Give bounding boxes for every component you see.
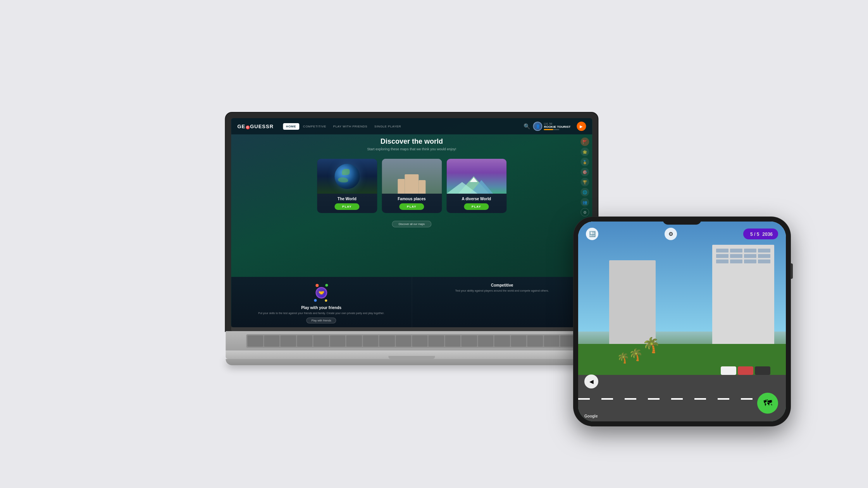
laptop-hinge xyxy=(231,327,592,331)
nav-single-player[interactable]: SINGLE PLAYER xyxy=(371,123,404,129)
phone-location-button[interactable]: ◀ xyxy=(584,375,598,388)
nav-competitive[interactable]: COMPETITIVE xyxy=(300,123,329,129)
friends-section-desc: Put your skills to the test against your… xyxy=(239,311,404,315)
competitive-section-title: Competitive xyxy=(420,283,585,287)
side-icons-panel: 🚩 🌟 🏅 🎯 🏆 🌐 👥 ⚙ xyxy=(580,137,589,217)
phone-status-bar: 🔙 ⚙ 5 / 5 2036 xyxy=(586,228,778,240)
user-badge: 👤 LVL 56 ROOKIE TOURIST xyxy=(533,122,571,131)
discover-title: Discover the world xyxy=(381,137,443,146)
castle-image xyxy=(382,159,442,194)
friends-cta-button[interactable]: Play with friends xyxy=(307,318,336,323)
side-icon-flag[interactable]: 🚩 xyxy=(580,137,589,146)
castle-tower-right xyxy=(418,180,425,194)
road xyxy=(578,375,786,421)
window xyxy=(730,259,742,263)
phone-body: 🌴 🌴 🌴 🔙 ⚙ xyxy=(574,217,790,426)
avatar: 👤 xyxy=(533,122,542,131)
side-icon-2[interactable]: 🏅 xyxy=(580,158,589,166)
laptop-bezel: GEOGUESSR HOME COMPETITIVE PLAY WITH FRI… xyxy=(226,113,598,331)
phone-screen: 🌴 🌴 🌴 🔙 ⚙ xyxy=(578,222,786,421)
window xyxy=(716,259,728,263)
map-card-body-famous: Famous places PLAY xyxy=(382,194,442,213)
xp-fill xyxy=(544,129,553,130)
phone-settings-button[interactable]: ⚙ xyxy=(665,228,677,240)
map-card-title-world: The World xyxy=(321,197,373,201)
side-icon-settings[interactable]: ⚙ xyxy=(580,208,589,217)
laptop-screen: GEOGUESSR HOME COMPETITIVE PLAY WITH FRI… xyxy=(231,118,592,327)
window xyxy=(758,254,770,258)
phone-nav-button[interactable]: 🔙 xyxy=(586,228,598,240)
competitive-section-desc: Test your ability against players around… xyxy=(420,289,585,293)
user-level: LVL 56 xyxy=(544,122,571,125)
google-watermark: Google xyxy=(584,414,598,418)
castle-background xyxy=(382,159,442,194)
palm-tree-3: 🌴 xyxy=(617,352,629,364)
orbit-dot-3 xyxy=(314,299,317,302)
map-card-image-world xyxy=(317,159,377,194)
play-icon-btn[interactable]: ▶ xyxy=(577,122,586,131)
nav-right: 🔍 👤 LVL 56 ROOKIE TOURIST ▶ xyxy=(524,122,586,131)
app-navbar: GEOGUESSR HOME COMPETITIVE PLAY WITH FRI… xyxy=(231,118,592,134)
phone-device: 🌴 🌴 🌴 🔙 ⚙ xyxy=(574,217,790,426)
window xyxy=(716,249,728,253)
diverse-background xyxy=(446,159,506,194)
nav-play-friends[interactable]: PLAY WITH FRIENDS xyxy=(330,123,370,129)
palm-tree-1: 🌴 xyxy=(629,348,643,361)
map-card-title-famous: Famous places xyxy=(386,197,438,201)
friends-icon-container: 🤝 xyxy=(312,283,331,302)
side-icon-3[interactable]: 🎯 xyxy=(580,168,589,176)
app-main-content: Discover the world Start exploring these… xyxy=(231,118,592,235)
orbit-dot-1 xyxy=(315,284,319,287)
laptop-bottom xyxy=(226,359,598,365)
play-button-diverse[interactable]: PLAY xyxy=(464,203,489,210)
parked-cars xyxy=(721,366,770,375)
map-card-body-diverse: A diverse World PLAY xyxy=(446,194,506,213)
castle-tower-main xyxy=(405,174,418,194)
discover-subtitle: Start exploring these maps that we think… xyxy=(367,147,456,151)
user-title: ROOKIE TOURIST xyxy=(544,125,571,129)
phone-score-fraction: 5 / 5 xyxy=(750,232,759,237)
palm-tree-2: 🌴 xyxy=(642,337,660,354)
phone-score-points: 2036 xyxy=(762,232,773,237)
phone-map-button[interactable]: 🗺 xyxy=(757,393,778,414)
maps-grid: The World PLAY xyxy=(317,159,506,213)
side-icon-4[interactable]: 🏆 xyxy=(580,178,589,186)
window xyxy=(730,254,742,258)
window xyxy=(716,254,728,258)
discover-all-maps-button[interactable]: Discover all our maps xyxy=(392,221,431,227)
earth-background xyxy=(317,159,377,194)
window xyxy=(744,254,756,258)
play-button-world[interactable]: PLAY xyxy=(334,203,360,210)
nav-links: HOME COMPETITIVE PLAY WITH FRIENDS SINGL… xyxy=(283,123,404,129)
window xyxy=(758,249,770,253)
map-card-image-diverse xyxy=(446,159,506,194)
logo-o: O xyxy=(246,125,250,129)
window xyxy=(758,259,770,263)
side-icon-1[interactable]: 🌟 xyxy=(580,148,589,156)
phone-power-button xyxy=(790,263,793,279)
logo-guessr: GUESSR xyxy=(250,123,274,129)
side-icon-6[interactable]: 👥 xyxy=(580,198,589,206)
building-windows xyxy=(712,245,774,267)
orbit-dot-4 xyxy=(325,299,327,302)
side-icon-5[interactable]: 🌐 xyxy=(580,188,589,196)
map-card-famous-places[interactable]: Famous places PLAY xyxy=(382,159,442,213)
nav-home[interactable]: HOME xyxy=(283,123,299,129)
map-card-image-famous xyxy=(382,159,442,194)
map-card-diverse-world[interactable]: A diverse World PLAY xyxy=(446,159,506,213)
map-card-body-world: The World PLAY xyxy=(317,194,377,213)
laptop-device: GEOGUESSR HOME COMPETITIVE PLAY WITH FRI… xyxy=(226,113,598,365)
search-icon[interactable]: 🔍 xyxy=(524,123,530,129)
xp-bar xyxy=(544,129,560,130)
phone-score-display: 5 / 5 2036 xyxy=(743,229,778,239)
app-logo: GEOGUESSR xyxy=(237,123,274,129)
mountain-svg xyxy=(446,170,506,194)
app-bottom-section: 🤝 Play with your friends Put your skills… xyxy=(231,277,592,327)
logo-geo: GE xyxy=(237,123,245,129)
phone-notch xyxy=(663,219,701,225)
play-button-famous[interactable]: PLAY xyxy=(399,203,424,210)
map-card-title-diverse: A diverse World xyxy=(450,197,503,201)
earth-globe-icon xyxy=(334,163,360,189)
street-view-scene: 🌴 🌴 🌴 xyxy=(578,222,786,421)
map-card-the-world[interactable]: The World PLAY xyxy=(317,159,377,213)
